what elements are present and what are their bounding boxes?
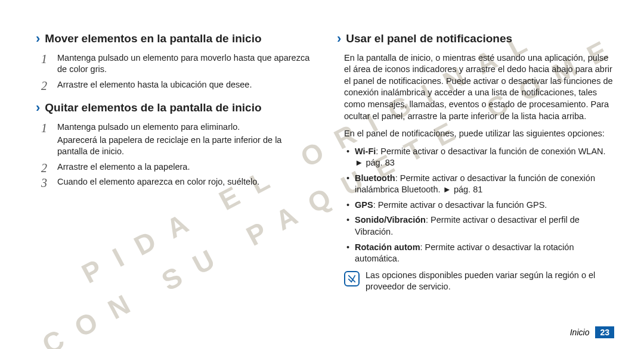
- option-label: Wi-Fi: [355, 147, 376, 156]
- step-subnote: Aparecerá la papelera de reciclaje en la…: [57, 135, 313, 158]
- note-box: Las opciones disponibles pueden variar s…: [337, 270, 614, 293]
- page-number: 23: [595, 326, 614, 338]
- list-item: Bluetooth: Permite activar o desactivar …: [346, 173, 614, 196]
- step-number: 1: [37, 120, 51, 136]
- page-content: › Mover elementos en la pantalla de inic…: [0, 0, 644, 349]
- footer-section: Inicio: [570, 328, 590, 337]
- option-label: GPS: [355, 200, 373, 210]
- chevron-icon: ›: [337, 30, 341, 48]
- option-label: Rotación autom: [355, 242, 420, 252]
- list-item: Wi-Fi: Permite activar o desactivar la f…: [346, 146, 614, 169]
- heading-text: Quitar elementos de la pantalla de inici…: [45, 100, 261, 116]
- heading-text: Mover elementos en la pantalla de inicio: [45, 31, 261, 46]
- page-footer: Inicio 23: [570, 326, 614, 338]
- intro-paragraph: En la pantalla de inicio, o mientras est…: [337, 52, 614, 122]
- list-item: 2Arrastre el elemento hasta la ubicación…: [57, 79, 313, 91]
- remove-steps-list: 1 Mantenga pulsado un elemento para elim…: [36, 121, 313, 188]
- heading-move-elements: › Mover elementos en la pantalla de inic…: [36, 30, 313, 48]
- step-number: 2: [37, 78, 51, 94]
- option-label: Sonido/Vibración: [355, 215, 426, 225]
- step-number: 2: [37, 160, 51, 176]
- intro2-paragraph: En el panel de notificaciones, puede uti…: [337, 128, 614, 140]
- heading-text: Usar el panel de notificaciones: [346, 31, 512, 46]
- left-column: › Mover elementos en la pantalla de inic…: [36, 30, 313, 337]
- option-desc: : Permite activar o desactivar la funció…: [373, 200, 547, 210]
- chevron-icon: ›: [36, 30, 40, 48]
- note-text: Las opciones disponibles pueden variar s…: [366, 270, 614, 293]
- option-label: Bluetooth: [355, 173, 395, 183]
- right-column: › Usar el panel de notificaciones En la …: [337, 30, 614, 337]
- list-item: 2Arrastre el elemento a la papelera.: [57, 161, 313, 173]
- list-item: 1Mantenga pulsado un elemento para mover…: [57, 52, 313, 76]
- move-steps-list: 1Mantenga pulsado un elemento para mover…: [36, 52, 313, 91]
- step-text: Arrastre el elemento a la papelera.: [57, 162, 190, 172]
- step-text: Mantenga pulsado un elemento para moverl…: [57, 53, 309, 74]
- list-item: Rotación autom: Permite activar o desact…: [346, 242, 614, 265]
- step-text: Mantenga pulsado un elemento para elimin…: [57, 122, 240, 132]
- heading-notifications-panel: › Usar el panel de notificaciones: [337, 30, 614, 48]
- note-icon: [344, 271, 360, 286]
- list-item: Sonido/Vibración: Permite activar o desa…: [346, 214, 614, 238]
- options-bullet-list: Wi-Fi: Permite activar o desactivar la f…: [337, 146, 614, 265]
- step-number: 3: [37, 175, 51, 191]
- chevron-icon: ›: [36, 99, 40, 117]
- list-item: 3Cuando el elemento aparezca en color ro…: [57, 176, 313, 188]
- option-desc: : Permite activar o desactivar la funció…: [355, 147, 606, 168]
- heading-remove-elements: › Quitar elementos de la pantalla de ini…: [36, 99, 313, 117]
- step-text: Cuando el elemento aparezca en color roj…: [57, 177, 259, 186]
- step-number: 1: [37, 51, 51, 67]
- step-text: Arrastre el elemento hasta la ubicación …: [57, 80, 252, 89]
- list-item: 1 Mantenga pulsado un elemento para elim…: [57, 121, 313, 158]
- list-item: GPS: Permite activar o desactivar la fun…: [346, 200, 614, 211]
